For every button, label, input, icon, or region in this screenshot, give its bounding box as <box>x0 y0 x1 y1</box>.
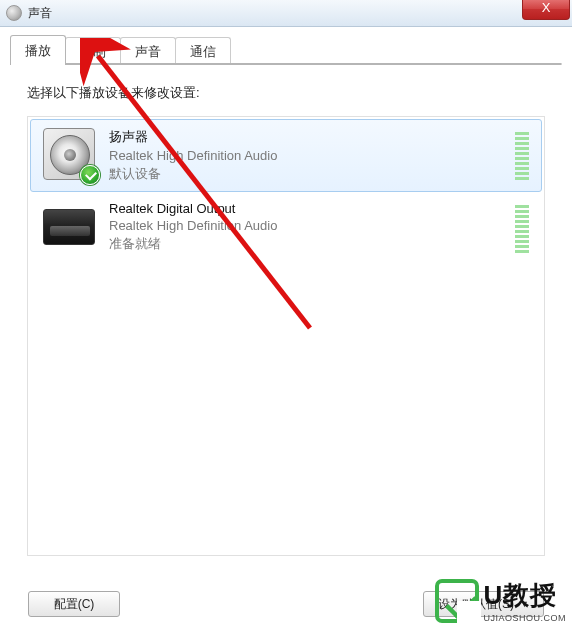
configure-button[interactable]: 配置(C) <box>28 591 120 617</box>
device-subtitle: Realtek High Definition Audio <box>109 148 501 163</box>
instruction-text: 选择以下播放设备来修改设置: <box>27 84 545 102</box>
device-item-digital[interactable]: Realtek Digital Output Realtek High Defi… <box>30 192 542 262</box>
device-info: Realtek Digital Output Realtek High Defi… <box>109 201 501 253</box>
window-title: 声音 <box>28 5 52 22</box>
tab-panel-playback: 选择以下播放设备来修改设置: 扬声器 Realtek High Definiti… <box>10 63 562 65</box>
device-icon-wrap <box>43 201 95 253</box>
tab-playback[interactable]: 播放 <box>10 35 66 65</box>
device-status: 默认设备 <box>109 165 501 183</box>
device-info: 扬声器 Realtek High Definition Audio 默认设备 <box>109 128 501 183</box>
watermark-text: U教授 UJIAOSHOU.COM <box>483 578 566 623</box>
watermark: U教授 UJIAOSHOU.COM <box>435 578 566 623</box>
level-meter <box>515 130 529 180</box>
window-icon <box>6 5 22 21</box>
device-icon-wrap <box>43 128 95 180</box>
digital-output-icon <box>43 209 95 245</box>
tab-strip: 播放 录制 声音 通信 选择以下播放设备来修改设置: 扬声器 <box>0 27 572 65</box>
device-list: 扬声器 Realtek High Definition Audio 默认设备 <box>27 116 545 556</box>
close-button[interactable]: X <box>522 0 570 20</box>
device-subtitle: Realtek High Definition Audio <box>109 218 501 233</box>
watermark-badge-icon <box>435 579 479 623</box>
tab-communications[interactable]: 通信 <box>175 37 231 65</box>
tab-sounds[interactable]: 声音 <box>120 37 176 65</box>
sound-window: 声音 X 播放 录制 声音 通信 选择以下播放设备来修改设置: <box>0 0 572 637</box>
device-name: Realtek Digital Output <box>109 201 501 216</box>
device-item-speakers[interactable]: 扬声器 Realtek High Definition Audio 默认设备 <box>30 119 542 192</box>
tab-recording[interactable]: 录制 <box>65 37 121 65</box>
watermark-sub: UJIAOSHOU.COM <box>483 613 566 623</box>
watermark-main: U教授 <box>483 578 566 613</box>
level-meter <box>515 203 529 253</box>
device-name: 扬声器 <box>109 128 501 146</box>
default-badge-icon <box>80 165 100 185</box>
device-status: 准备就绪 <box>109 235 501 253</box>
titlebar: 声音 X <box>0 0 572 27</box>
